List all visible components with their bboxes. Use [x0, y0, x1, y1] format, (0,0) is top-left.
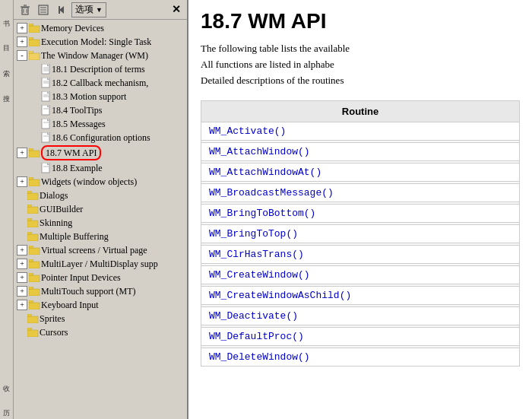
- table-row[interactable]: WM_Deactivate(): [201, 307, 520, 325]
- svg-rect-66: [27, 330, 38, 337]
- tree-item-18-3[interactable]: 18.3 Motion support: [14, 90, 187, 103]
- side-icon-1[interactable]: 书: [1, 3, 13, 26]
- folder-icon: [27, 218, 40, 227]
- folder-icon: [27, 328, 40, 337]
- expand-icon[interactable]: +: [17, 259, 27, 269]
- tree-label: Dialogs: [40, 189, 68, 202]
- expand-icon[interactable]: +: [17, 23, 27, 33]
- api-function-cell[interactable]: WM_ClrHasTrans(): [201, 246, 520, 264]
- tree-item-cursors[interactable]: Cursors: [14, 325, 187, 339]
- svg-rect-10: [59, 6, 60, 14]
- tree-item-18-2[interactable]: 18.2 Callback mechanism,: [14, 76, 187, 90]
- tree-item-sprites[interactable]: Sprites: [14, 312, 187, 325]
- side-icon-4[interactable]: 搜: [1, 78, 13, 101]
- svg-marker-45: [29, 177, 33, 179]
- api-function-cell[interactable]: WM_BringToBottom(): [201, 205, 520, 223]
- api-function-cell[interactable]: WM_DeleteWindow(): [201, 348, 520, 367]
- select-dropdown[interactable]: 选项 ▼: [71, 2, 106, 17]
- table-row[interactable]: WM_AttachWindow(): [201, 143, 520, 161]
- svg-rect-50: [27, 221, 38, 227]
- svg-marker-14: [29, 37, 33, 40]
- tree-item-dialogs[interactable]: Dialogs: [14, 189, 187, 202]
- tree-item-multitouch[interactable]: + MultiTouch support (MT): [14, 284, 187, 298]
- svg-rect-56: [29, 262, 40, 268]
- side-icon-3[interactable]: 索: [1, 53, 13, 76]
- svg-marker-55: [29, 246, 33, 248]
- table-row[interactable]: WM_DeleteWindow(): [201, 348, 520, 367]
- tree-item-18-5[interactable]: 18.5 Messages: [14, 117, 187, 131]
- side-icon-6[interactable]: 历: [1, 393, 13, 416]
- side-icon-2[interactable]: 目: [1, 28, 13, 51]
- tree-label: 18.8 Example: [52, 162, 103, 174]
- expand-icon[interactable]: +: [17, 272, 27, 283]
- svg-rect-60: [29, 289, 40, 296]
- api-function-cell[interactable]: WM_AttachWindow(): [201, 143, 520, 161]
- table-row[interactable]: WM_AttachWindowAt(): [201, 163, 520, 182]
- table-row[interactable]: WM_Activate(): [201, 122, 520, 141]
- list-button[interactable]: [35, 2, 52, 18]
- table-row[interactable]: WM_CreateWindowAsChild(): [201, 287, 520, 305]
- tree-item-window-manager[interactable]: - The Window Manager (WM): [14, 49, 187, 62]
- svg-marker-16: [29, 51, 33, 53]
- doc-icon: [41, 119, 52, 129]
- doc-icon: [41, 91, 52, 102]
- tree-item-18-7[interactable]: + 18.7 WM API: [14, 144, 187, 161]
- api-function-cell[interactable]: WM_CreateWindow(): [201, 266, 520, 284]
- expand-icon[interactable]: +: [17, 245, 27, 256]
- table-row[interactable]: WM_ClrHasTrans(): [201, 246, 520, 264]
- tree-item-multilayer[interactable]: + MultiLayer / MultiDisplay supp: [14, 257, 187, 271]
- api-function-cell[interactable]: WM_DefaultProc(): [201, 328, 520, 346]
- folder-icon: [29, 177, 41, 186]
- table-row[interactable]: WM_BringToTop(): [201, 225, 520, 243]
- tree-item-18-6[interactable]: 18.6 Configuration options: [14, 131, 187, 144]
- table-row[interactable]: WM_BroadcastMessage(): [201, 184, 520, 202]
- tree-item-18-8[interactable]: 18.8 Example: [14, 161, 187, 175]
- tree-item-execution-model[interactable]: + Execution Model: Single Task: [14, 35, 187, 49]
- close-button[interactable]: ✕: [169, 3, 184, 16]
- table-row[interactable]: WM_CreateWindow(): [201, 266, 520, 284]
- tree-label: 18.4 ToolTips: [52, 104, 103, 116]
- nav-button[interactable]: [53, 2, 70, 18]
- tree-label: Widgets (window objects): [41, 176, 137, 188]
- tree-item-widgets[interactable]: + Widgets (window objects): [14, 175, 187, 189]
- api-function-cell[interactable]: WM_Deactivate(): [201, 307, 520, 325]
- nav-icon: [56, 5, 67, 15]
- table-row[interactable]: WM_BringToBottom(): [201, 205, 520, 223]
- tree-item-pointer-input[interactable]: + Pointer Input Devices: [14, 271, 187, 284]
- delete-button[interactable]: [17, 2, 33, 18]
- tree-scroll-area[interactable]: + Memory Devices + Execution Model: Sing…: [14, 20, 187, 419]
- api-function-cell[interactable]: WM_BroadcastMessage(): [201, 184, 520, 202]
- tree-label: Skinning: [40, 217, 72, 229]
- doc-icon: [41, 132, 52, 143]
- expand-icon[interactable]: +: [17, 176, 27, 187]
- svg-marker-59: [29, 273, 33, 275]
- tree-item-18-1[interactable]: 18.1 Description of terms: [14, 62, 187, 76]
- expand-icon[interactable]: +: [17, 300, 27, 310]
- api-function-cell[interactable]: WM_CreateWindowAsChild(): [201, 287, 520, 305]
- folder-icon: [29, 148, 41, 157]
- folder-icon: [29, 287, 41, 296]
- tree-label: The Window Manager (WM): [41, 49, 148, 62]
- tree-item-18-4[interactable]: 18.4 ToolTips: [14, 103, 187, 117]
- content-panel: 18.7 WM API The following table lists th…: [188, 0, 532, 419]
- expand-icon[interactable]: -: [17, 50, 27, 61]
- side-icon-5[interactable]: 收: [1, 368, 13, 391]
- api-function-cell[interactable]: WM_AttachWindowAt(): [201, 163, 520, 182]
- tree-panel: 选项 ▼ ✕ + Memory Devices +: [14, 0, 188, 419]
- folder-icon: [29, 246, 41, 255]
- tree-item-skinning[interactable]: Skinning: [14, 216, 187, 230]
- expand-icon[interactable]: +: [17, 286, 27, 297]
- table-row[interactable]: WM_DefaultProc(): [201, 328, 520, 346]
- tree-item-multiple-buffering[interactable]: Multiple Buffering: [14, 230, 187, 243]
- api-function-cell[interactable]: WM_Activate(): [201, 122, 520, 141]
- api-function-cell[interactable]: WM_BringToTop(): [201, 225, 520, 243]
- tree-item-memory-devices[interactable]: + Memory Devices: [14, 21, 187, 35]
- expand-icon[interactable]: +: [17, 148, 27, 158]
- tree-item-keyboard-input[interactable]: + Keyboard Input: [14, 298, 187, 312]
- tree-label-highlighted: 18.7 WM API: [41, 145, 101, 160]
- svg-marker-65: [27, 314, 32, 316]
- tree-item-virtual-screens[interactable]: + Virtual screens / Virtual page: [14, 243, 187, 257]
- tree-item-guibuilder[interactable]: GUIBuilder: [14, 202, 187, 216]
- side-navigation: 书 目 索 搜 收 历: [0, 0, 14, 419]
- expand-icon[interactable]: +: [17, 37, 27, 47]
